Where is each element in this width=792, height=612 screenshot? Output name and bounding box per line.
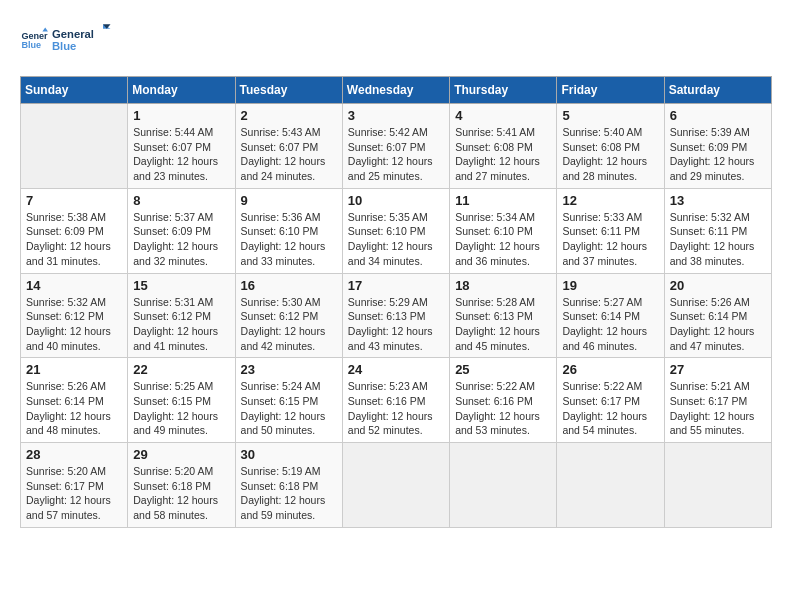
- day-number: 23: [241, 362, 337, 377]
- calendar-cell: 25Sunrise: 5:22 AM Sunset: 6:16 PM Dayli…: [450, 358, 557, 443]
- day-info: Sunrise: 5:41 AM Sunset: 6:08 PM Dayligh…: [455, 125, 551, 184]
- logo-bird-icon: General Blue: [52, 20, 112, 60]
- day-number: 3: [348, 108, 444, 123]
- calendar-cell: 19Sunrise: 5:27 AM Sunset: 6:14 PM Dayli…: [557, 273, 664, 358]
- calendar-row: 1Sunrise: 5:44 AM Sunset: 6:07 PM Daylig…: [21, 104, 772, 189]
- day-info: Sunrise: 5:37 AM Sunset: 6:09 PM Dayligh…: [133, 210, 229, 269]
- calendar-cell: 13Sunrise: 5:32 AM Sunset: 6:11 PM Dayli…: [664, 188, 771, 273]
- calendar-cell: 27Sunrise: 5:21 AM Sunset: 6:17 PM Dayli…: [664, 358, 771, 443]
- logo: General Blue General Blue: [20, 20, 112, 60]
- day-info: Sunrise: 5:38 AM Sunset: 6:09 PM Dayligh…: [26, 210, 122, 269]
- day-info: Sunrise: 5:35 AM Sunset: 6:10 PM Dayligh…: [348, 210, 444, 269]
- day-info: Sunrise: 5:30 AM Sunset: 6:12 PM Dayligh…: [241, 295, 337, 354]
- day-info: Sunrise: 5:22 AM Sunset: 6:17 PM Dayligh…: [562, 379, 658, 438]
- day-info: Sunrise: 5:20 AM Sunset: 6:17 PM Dayligh…: [26, 464, 122, 523]
- svg-text:General: General: [21, 31, 48, 41]
- calendar-cell: 22Sunrise: 5:25 AM Sunset: 6:15 PM Dayli…: [128, 358, 235, 443]
- day-info: Sunrise: 5:25 AM Sunset: 6:15 PM Dayligh…: [133, 379, 229, 438]
- calendar-row: 14Sunrise: 5:32 AM Sunset: 6:12 PM Dayli…: [21, 273, 772, 358]
- calendar-cell: [664, 443, 771, 528]
- calendar-cell: 15Sunrise: 5:31 AM Sunset: 6:12 PM Dayli…: [128, 273, 235, 358]
- calendar-row: 7Sunrise: 5:38 AM Sunset: 6:09 PM Daylig…: [21, 188, 772, 273]
- day-number: 26: [562, 362, 658, 377]
- weekday-header: Monday: [128, 77, 235, 104]
- calendar-cell: 18Sunrise: 5:28 AM Sunset: 6:13 PM Dayli…: [450, 273, 557, 358]
- calendar-cell: [342, 443, 449, 528]
- day-number: 27: [670, 362, 766, 377]
- day-number: 29: [133, 447, 229, 462]
- calendar-cell: 1Sunrise: 5:44 AM Sunset: 6:07 PM Daylig…: [128, 104, 235, 189]
- day-number: 18: [455, 278, 551, 293]
- day-number: 24: [348, 362, 444, 377]
- day-number: 21: [26, 362, 122, 377]
- weekday-header: Saturday: [664, 77, 771, 104]
- calendar-cell: 14Sunrise: 5:32 AM Sunset: 6:12 PM Dayli…: [21, 273, 128, 358]
- day-info: Sunrise: 5:32 AM Sunset: 6:11 PM Dayligh…: [670, 210, 766, 269]
- day-info: Sunrise: 5:26 AM Sunset: 6:14 PM Dayligh…: [26, 379, 122, 438]
- day-number: 8: [133, 193, 229, 208]
- calendar-cell: 23Sunrise: 5:24 AM Sunset: 6:15 PM Dayli…: [235, 358, 342, 443]
- day-info: Sunrise: 5:36 AM Sunset: 6:10 PM Dayligh…: [241, 210, 337, 269]
- day-info: Sunrise: 5:43 AM Sunset: 6:07 PM Dayligh…: [241, 125, 337, 184]
- day-info: Sunrise: 5:24 AM Sunset: 6:15 PM Dayligh…: [241, 379, 337, 438]
- day-number: 14: [26, 278, 122, 293]
- day-number: 28: [26, 447, 122, 462]
- day-info: Sunrise: 5:27 AM Sunset: 6:14 PM Dayligh…: [562, 295, 658, 354]
- day-info: Sunrise: 5:28 AM Sunset: 6:13 PM Dayligh…: [455, 295, 551, 354]
- day-number: 20: [670, 278, 766, 293]
- day-info: Sunrise: 5:34 AM Sunset: 6:10 PM Dayligh…: [455, 210, 551, 269]
- day-info: Sunrise: 5:21 AM Sunset: 6:17 PM Dayligh…: [670, 379, 766, 438]
- calendar-table: SundayMondayTuesdayWednesdayThursdayFrid…: [20, 76, 772, 528]
- day-number: 17: [348, 278, 444, 293]
- calendar-body: 1Sunrise: 5:44 AM Sunset: 6:07 PM Daylig…: [21, 104, 772, 528]
- calendar-cell: 10Sunrise: 5:35 AM Sunset: 6:10 PM Dayli…: [342, 188, 449, 273]
- weekday-header: Sunday: [21, 77, 128, 104]
- day-number: 19: [562, 278, 658, 293]
- calendar-cell: 7Sunrise: 5:38 AM Sunset: 6:09 PM Daylig…: [21, 188, 128, 273]
- day-info: Sunrise: 5:32 AM Sunset: 6:12 PM Dayligh…: [26, 295, 122, 354]
- calendar-cell: 11Sunrise: 5:34 AM Sunset: 6:10 PM Dayli…: [450, 188, 557, 273]
- logo-icon: General Blue: [20, 26, 48, 54]
- day-info: Sunrise: 5:42 AM Sunset: 6:07 PM Dayligh…: [348, 125, 444, 184]
- calendar-cell: 21Sunrise: 5:26 AM Sunset: 6:14 PM Dayli…: [21, 358, 128, 443]
- day-info: Sunrise: 5:44 AM Sunset: 6:07 PM Dayligh…: [133, 125, 229, 184]
- day-info: Sunrise: 5:40 AM Sunset: 6:08 PM Dayligh…: [562, 125, 658, 184]
- calendar-cell: [21, 104, 128, 189]
- calendar-cell: 26Sunrise: 5:22 AM Sunset: 6:17 PM Dayli…: [557, 358, 664, 443]
- day-info: Sunrise: 5:31 AM Sunset: 6:12 PM Dayligh…: [133, 295, 229, 354]
- day-number: 12: [562, 193, 658, 208]
- calendar-cell: 12Sunrise: 5:33 AM Sunset: 6:11 PM Dayli…: [557, 188, 664, 273]
- day-number: 2: [241, 108, 337, 123]
- day-info: Sunrise: 5:19 AM Sunset: 6:18 PM Dayligh…: [241, 464, 337, 523]
- day-number: 22: [133, 362, 229, 377]
- day-number: 11: [455, 193, 551, 208]
- svg-text:General: General: [52, 28, 94, 40]
- calendar-row: 28Sunrise: 5:20 AM Sunset: 6:17 PM Dayli…: [21, 443, 772, 528]
- calendar-cell: 20Sunrise: 5:26 AM Sunset: 6:14 PM Dayli…: [664, 273, 771, 358]
- day-info: Sunrise: 5:39 AM Sunset: 6:09 PM Dayligh…: [670, 125, 766, 184]
- weekday-header: Friday: [557, 77, 664, 104]
- day-number: 10: [348, 193, 444, 208]
- weekday-header: Tuesday: [235, 77, 342, 104]
- calendar-cell: 9Sunrise: 5:36 AM Sunset: 6:10 PM Daylig…: [235, 188, 342, 273]
- day-number: 7: [26, 193, 122, 208]
- day-number: 6: [670, 108, 766, 123]
- day-number: 16: [241, 278, 337, 293]
- day-info: Sunrise: 5:29 AM Sunset: 6:13 PM Dayligh…: [348, 295, 444, 354]
- day-info: Sunrise: 5:20 AM Sunset: 6:18 PM Dayligh…: [133, 464, 229, 523]
- page-header: General Blue General Blue: [20, 20, 772, 60]
- day-number: 15: [133, 278, 229, 293]
- day-number: 1: [133, 108, 229, 123]
- svg-text:Blue: Blue: [52, 40, 76, 52]
- calendar-cell: 29Sunrise: 5:20 AM Sunset: 6:18 PM Dayli…: [128, 443, 235, 528]
- day-number: 25: [455, 362, 551, 377]
- svg-text:Blue: Blue: [21, 40, 41, 50]
- weekday-header: Wednesday: [342, 77, 449, 104]
- calendar-cell: 28Sunrise: 5:20 AM Sunset: 6:17 PM Dayli…: [21, 443, 128, 528]
- calendar-cell: [450, 443, 557, 528]
- calendar-cell: 30Sunrise: 5:19 AM Sunset: 6:18 PM Dayli…: [235, 443, 342, 528]
- calendar-cell: [557, 443, 664, 528]
- day-info: Sunrise: 5:26 AM Sunset: 6:14 PM Dayligh…: [670, 295, 766, 354]
- day-info: Sunrise: 5:22 AM Sunset: 6:16 PM Dayligh…: [455, 379, 551, 438]
- day-number: 4: [455, 108, 551, 123]
